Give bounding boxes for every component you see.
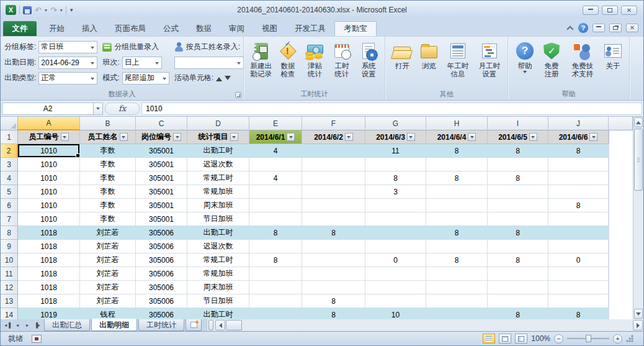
cell-A9[interactable]: 1018 [18,240,80,253]
tab-split-handle[interactable] [208,320,213,330]
name-box[interactable]: A2 [2,102,94,115]
cell-A4[interactable]: 1010 [18,171,80,185]
cell-C1[interactable]: 岗位编号 [136,130,187,144]
cell-J10[interactable]: 0 [548,253,609,267]
cell-F4[interactable] [302,171,365,185]
redo-dropdown-icon[interactable]: ▾ [60,7,63,13]
filter-dropdown-icon[interactable] [529,133,537,141]
undo-dropdown-icon[interactable]: ▾ [45,7,47,13]
cell-I8[interactable]: 8 [488,226,548,240]
cell-E11[interactable] [249,267,302,281]
cell-H7[interactable] [426,212,488,226]
tab-home[interactable]: 开始 [40,21,73,36]
btn-free-register[interactable]: 免费 注册 [538,39,565,89]
cell-partial-4[interactable] [609,171,609,185]
cell-G13[interactable] [365,294,426,308]
cell-G12[interactable] [365,281,426,294]
cell-G11[interactable] [365,267,426,281]
cell-F12[interactable] [302,281,365,294]
name-box-dropdown-icon[interactable] [94,102,103,115]
row-header-14[interactable]: 14 [1,308,18,319]
cell-G4[interactable]: 8 [365,171,426,185]
cell-C4[interactable]: 305001 [136,171,187,185]
filter-dropdown-icon[interactable] [61,133,69,141]
cell-B13[interactable]: 刘芷若 [80,294,136,308]
cell-B5[interactable]: 李数 [80,185,136,199]
btn-about[interactable]: 关于 [600,39,626,89]
cell-J1[interactable]: 2014/6/6 [548,130,609,144]
macro-record-icon[interactable] [32,335,42,343]
zoom-in-icon[interactable]: + [613,334,622,344]
cell-G2[interactable]: 11 [365,144,426,158]
column-header-F[interactable]: F [302,117,365,130]
cell-partial-9[interactable] [609,240,609,253]
cell-H12[interactable] [426,281,488,294]
cell-B7[interactable]: 李数 [80,212,136,226]
help-dropdown-icon[interactable] [523,71,527,75]
cell-B6[interactable]: 李数 [80,199,136,212]
cell-G7[interactable] [365,212,426,226]
cell-H13[interactable] [426,294,488,308]
filter-dropdown-icon[interactable] [230,133,238,141]
cell-J9[interactable] [548,240,609,253]
scroll-right-icon[interactable] [633,320,643,330]
cell-partial-2[interactable] [609,144,609,158]
cell-C3[interactable]: 305001 [136,158,187,171]
cell-I12[interactable] [488,281,548,294]
row-header-1[interactable]: 1 [1,130,18,144]
cell-D4[interactable]: 常规工时 [187,171,249,185]
scroll-down-icon[interactable] [634,309,643,319]
cell-E1[interactable]: 2014/6/1 [249,130,302,144]
btn-system-settings[interactable]: 系统 设置 [356,39,382,89]
cell-B2[interactable]: 李数 [80,144,136,158]
cell-D5[interactable]: 常规加班 [187,185,249,199]
row-header-7[interactable]: 7 [1,212,18,226]
cell-H3[interactable] [426,158,488,171]
cell-H5[interactable] [426,185,488,199]
cell-A14[interactable]: 1019 [18,308,80,319]
tab-review[interactable]: 审阅 [220,21,253,36]
cell-F5[interactable] [302,185,365,199]
cell-I9[interactable] [488,240,548,253]
cell-I6[interactable] [488,199,548,212]
cell-J6[interactable]: 8 [548,199,609,212]
vertical-scroll-thumb[interactable] [634,129,643,191]
cell-B8[interactable]: 刘芷若 [80,226,136,240]
cell-I10[interactable]: 8 [488,253,548,267]
cell-C5[interactable]: 305001 [136,185,187,199]
horizontal-scroll-thumb[interactable] [226,320,242,330]
cell-H8[interactable]: 8 [426,226,488,240]
cell-J5[interactable] [548,185,609,199]
sheet-tab-hours-stats[interactable]: 工时统计 [138,319,184,331]
next-sheet-icon[interactable]: ▸ [23,321,32,330]
zoom-slider[interactable] [567,338,609,339]
cell-E12[interactable] [249,281,302,294]
cell-B11[interactable]: 刘芷若 [80,267,136,281]
btn-browse[interactable]: 浏览 [416,39,442,89]
row-header-12[interactable]: 12 [1,281,18,294]
cell-partial-8[interactable] [609,226,609,240]
minimize-button[interactable] [583,6,599,15]
cell-I5[interactable] [488,185,548,199]
row-header-4[interactable]: 4 [1,171,18,185]
cell-D9[interactable]: 迟退次数 [187,240,249,253]
row-header-3[interactable]: 3 [1,158,18,171]
cell-E14[interactable] [249,308,302,319]
column-header-B[interactable]: B [80,117,136,130]
cell-C12[interactable]: 305006 [136,281,187,294]
vertical-scrollbar[interactable] [633,117,643,319]
cell-C11[interactable]: 305006 [136,267,187,281]
row-header-13[interactable]: 13 [1,294,18,308]
cell-E4[interactable]: 4 [249,171,302,185]
select-all-corner[interactable] [1,117,18,130]
column-header-G[interactable]: G [365,117,426,130]
cell-J12[interactable] [548,281,609,294]
cell-F14[interactable]: 8 [302,308,365,319]
cell-B10[interactable]: 刘芷若 [80,253,136,267]
zoom-slider-thumb[interactable] [586,335,591,342]
cell-F6[interactable] [302,199,365,212]
cell-J4[interactable] [548,171,609,185]
batch-entry-button[interactable]: 分组批量录入 [102,40,169,53]
cell-H6[interactable] [426,199,488,212]
row-header-6[interactable]: 6 [1,199,18,212]
